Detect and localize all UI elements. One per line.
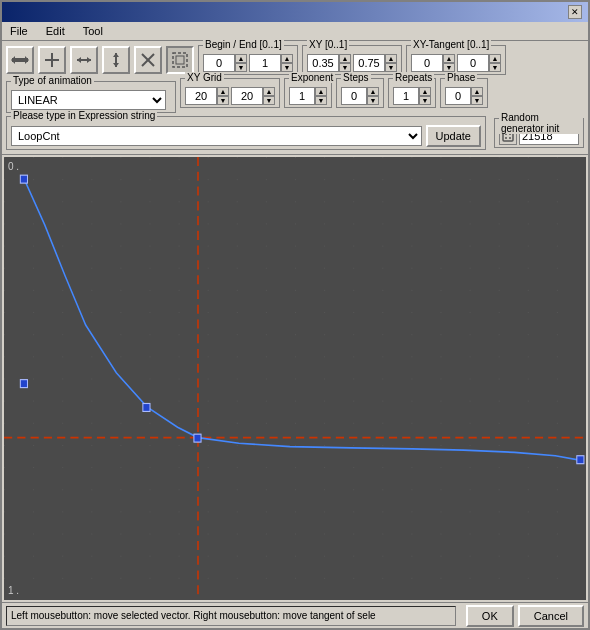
- move-btn[interactable]: [6, 46, 34, 74]
- grid-x-input[interactable]: [185, 87, 217, 105]
- exponent-group: Exponent ▲ ▼: [284, 78, 332, 108]
- svg-marker-6: [77, 57, 81, 63]
- phase-input[interactable]: [445, 87, 471, 105]
- grid-x-buttons: ▲ ▼: [217, 87, 229, 105]
- repeats-down[interactable]: ▼: [419, 96, 431, 105]
- type-animation-group: Type of animation LINEAR EASE_IN EASE_OU…: [6, 81, 176, 113]
- xyt-x-spin: ▲ ▼: [411, 54, 455, 72]
- exponent-up[interactable]: ▲: [315, 87, 327, 96]
- xyt-x-input[interactable]: [411, 54, 443, 72]
- repeats-up[interactable]: ▲: [419, 87, 431, 96]
- xy-grid-group: XY Grid ▲ ▼ ▲ ▼: [180, 78, 280, 108]
- xyt-x-up[interactable]: ▲: [443, 54, 455, 63]
- random-gen-label: Random generator init: [499, 112, 583, 134]
- grid-x-spin: ▲ ▼: [185, 87, 229, 105]
- canvas-area[interactable]: 0 . 1 .: [4, 157, 586, 600]
- type-animation-label: Type of animation: [11, 75, 94, 86]
- ok-button[interactable]: OK: [466, 605, 514, 627]
- steps-input[interactable]: [341, 87, 367, 105]
- cancel-button[interactable]: Cancel: [518, 605, 584, 627]
- xyt-y-up[interactable]: ▲: [489, 54, 501, 63]
- repeats-label: Repeats: [393, 72, 434, 83]
- close-button[interactable]: ✕: [568, 5, 582, 19]
- xyt-x-down[interactable]: ▼: [443, 63, 455, 72]
- delete-btn[interactable]: [134, 46, 162, 74]
- svg-point-17: [509, 137, 511, 139]
- begin-spin: ▲ ▼: [203, 54, 247, 72]
- xy-group: XY [0..1] ▲ ▼ ▲ ▼: [302, 45, 402, 75]
- phase-up[interactable]: ▲: [471, 87, 483, 96]
- begin-down[interactable]: ▼: [235, 63, 247, 72]
- exponent-down[interactable]: ▼: [315, 96, 327, 105]
- phase-buttons: ▲ ▼: [471, 87, 483, 105]
- title-bar: ✕: [2, 2, 588, 22]
- exponent-buttons: ▲ ▼: [315, 87, 327, 105]
- xy-tangent-label: XY-Tangent [0..1]: [411, 39, 491, 50]
- repeats-group: Repeats ▲ ▼: [388, 78, 436, 108]
- repeats-input[interactable]: [393, 87, 419, 105]
- grid-y-input[interactable]: [231, 87, 263, 105]
- xy-y-up[interactable]: ▲: [385, 54, 397, 63]
- svg-rect-25: [143, 403, 150, 411]
- phase-label: Phase: [445, 72, 477, 83]
- end-up[interactable]: ▲: [281, 54, 293, 63]
- xy-x-spin-buttons: ▲ ▼: [339, 54, 351, 72]
- xy-y-input[interactable]: [353, 54, 385, 72]
- update-button[interactable]: Update: [426, 125, 481, 147]
- steps-down[interactable]: ▼: [367, 96, 379, 105]
- steps-spin: ▲ ▼: [341, 87, 379, 105]
- menu-bar: File Edit Tool: [2, 22, 588, 41]
- phase-group: Phase ▲ ▼: [440, 78, 488, 108]
- type-animation-select[interactable]: LINEAR EASE_IN EASE_OUT EASE_IN_OUT BOUN…: [11, 90, 166, 110]
- move-y-btn[interactable]: [102, 46, 130, 74]
- select-btn[interactable]: [166, 46, 194, 74]
- grid-y-up[interactable]: ▲: [263, 87, 275, 96]
- grid-x-up[interactable]: ▲: [217, 87, 229, 96]
- end-input[interactable]: [249, 54, 281, 72]
- svg-marker-1: [11, 56, 15, 64]
- xyt-y-spin: ▲ ▼: [457, 54, 501, 72]
- xy-x-up[interactable]: ▲: [339, 54, 351, 63]
- xyt-y-spin-buttons: ▲ ▼: [489, 54, 501, 72]
- menu-file[interactable]: File: [6, 24, 32, 38]
- steps-up[interactable]: ▲: [367, 87, 379, 96]
- begin-input[interactable]: [203, 54, 235, 72]
- begin-up[interactable]: ▲: [235, 54, 247, 63]
- grid-y-down[interactable]: ▼: [263, 96, 275, 105]
- steps-group: Steps ▲ ▼: [336, 78, 384, 108]
- xyt-x-spin-buttons: ▲ ▼: [443, 54, 455, 72]
- menu-tool[interactable]: Tool: [79, 24, 107, 38]
- grid-y-spin: ▲ ▼: [231, 87, 275, 105]
- phase-down[interactable]: ▼: [471, 96, 483, 105]
- toolbar-row-2: Type of animation LINEAR EASE_IN EASE_OU…: [6, 78, 584, 113]
- xyt-y-input[interactable]: [457, 54, 489, 72]
- end-down[interactable]: ▼: [281, 63, 293, 72]
- svg-rect-14: [176, 56, 184, 64]
- expression-row: LoopCnt Update: [11, 125, 481, 147]
- toolbar-area: Begin / End [0..1] ▲ ▼ ▲ ▼: [2, 41, 588, 155]
- move-x-btn[interactable]: [70, 46, 98, 74]
- xy-y-down[interactable]: ▼: [385, 63, 397, 72]
- expression-select[interactable]: LoopCnt: [11, 126, 422, 146]
- xyt-y-down[interactable]: ▼: [489, 63, 501, 72]
- random-gen-group: Random generator init: [494, 118, 584, 148]
- expression-group: Please type in Expression string LoopCnt…: [6, 116, 486, 150]
- add-point-btn[interactable]: [38, 46, 66, 74]
- begin-end-row: ▲ ▼ ▲ ▼: [203, 54, 293, 72]
- exponent-input[interactable]: [289, 87, 315, 105]
- xy-x-down[interactable]: ▼: [339, 63, 351, 72]
- end-spin: ▲ ▼: [249, 54, 293, 72]
- xy-y-spin-buttons: ▲ ▼: [385, 54, 397, 72]
- xy-row: ▲ ▼ ▲ ▼: [307, 54, 397, 72]
- svg-rect-21: [4, 157, 586, 600]
- xy-tangent-row: ▲ ▼ ▲ ▼: [411, 54, 501, 72]
- repeats-spin: ▲ ▼: [393, 87, 431, 105]
- xy-x-input[interactable]: [307, 54, 339, 72]
- repeats-buttons: ▲ ▼: [419, 87, 431, 105]
- svg-rect-13: [173, 53, 187, 67]
- begin-end-label: Begin / End [0..1]: [203, 39, 284, 50]
- menu-edit[interactable]: Edit: [42, 24, 69, 38]
- svg-marker-7: [87, 57, 91, 63]
- xy-grid-label: XY Grid: [185, 72, 224, 83]
- grid-x-down[interactable]: ▼: [217, 96, 229, 105]
